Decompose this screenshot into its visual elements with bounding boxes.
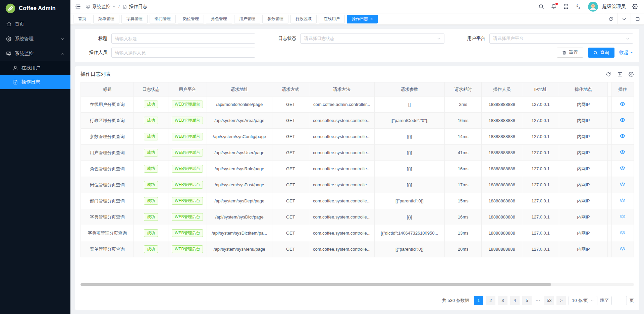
cell-title: 行政区域分页查询 [81, 113, 134, 129]
sidebar-item-operation-log[interactable]: 操作日志 [0, 75, 70, 89]
status-badge: 成功 [144, 117, 158, 124]
view-detail-eye-icon[interactable] [620, 198, 625, 203]
bell-icon[interactable] [551, 4, 556, 9]
search-button[interactable]: 查询 [588, 48, 614, 58]
platform-select[interactable]: 请选择用户平台 [489, 34, 633, 44]
tabbar-maximize-button[interactable] [631, 13, 644, 25]
sidebar-item-home[interactable]: 首页 [0, 17, 70, 32]
horizontal-scrollbar[interactable] [80, 283, 634, 286]
view-detail-eye-icon[interactable] [620, 149, 625, 155]
page-button-3[interactable]: 3 [498, 296, 507, 305]
operator-input[interactable] [111, 48, 255, 58]
tab-operation-log[interactable]: 操作日志× [347, 15, 378, 23]
platform-badge: WEB管理后台 [172, 101, 203, 108]
status-field-label: 日志状态 [270, 36, 296, 42]
cell-handler: com.coffee.system.controlle... [309, 209, 375, 225]
cell-action [611, 145, 634, 161]
sidebar-item-system-management[interactable]: 系统管理 [0, 32, 70, 46]
tab-config-mgmt[interactable]: 参数管理 [262, 15, 288, 23]
refresh-icon [608, 17, 613, 21]
cell-action [611, 161, 634, 177]
fullscreen-icon[interactable] [563, 4, 569, 9]
sidebar-item-label: 首页 [15, 21, 24, 27]
tab-dict-mgmt[interactable]: 字典管理 [121, 15, 148, 23]
table-scrollbar-gap [608, 129, 612, 145]
status-select[interactable]: 请选择日志状态 [300, 34, 444, 44]
cell-platform: WEB管理后台 [168, 97, 207, 113]
topbar-actions: 文A 超级管理员 [538, 2, 638, 12]
cell-platform: WEB管理后台 [168, 225, 207, 241]
tab-online-users[interactable]: 在线用户 [319, 15, 345, 23]
cell-status: 成功 [134, 129, 168, 145]
sidebar-submenu: 在线用户操作日志 [0, 61, 70, 89]
view-detail-eye-icon[interactable] [620, 182, 625, 187]
page-button-2[interactable]: 2 [486, 296, 495, 305]
table-scrollbar-gap [608, 113, 612, 129]
page-ellipsis[interactable]: ••• [534, 299, 542, 303]
cell-location: 内网IP [559, 177, 608, 193]
title-input[interactable] [111, 34, 255, 44]
sidebar-item-online-users[interactable]: 在线用户 [0, 61, 70, 75]
view-detail-eye-icon[interactable] [620, 101, 625, 107]
settings-icon[interactable] [629, 72, 634, 77]
tabbar-refresh-button[interactable] [604, 13, 617, 25]
breadcrumb-section[interactable]: 系统监控 [92, 4, 110, 10]
view-detail-eye-icon[interactable] [620, 246, 625, 251]
column-header: 操作 [611, 82, 634, 97]
collapse-toggle[interactable]: 收起 [619, 50, 633, 56]
tabbar-chevron-down-button[interactable] [617, 13, 631, 25]
next-page-button[interactable]: > [556, 296, 566, 305]
refresh-icon[interactable] [606, 72, 611, 77]
tab-post-mgmt[interactable]: 岗位管理 [178, 15, 204, 23]
page-jump-input[interactable] [611, 296, 627, 305]
cell-handler: com.coffee.system.controlle... [309, 225, 375, 241]
search-icon[interactable] [538, 4, 544, 9]
cell-handler: com.coffee.system.controlle... [309, 161, 375, 177]
cell-url: /api/system/sysConfig/page [207, 129, 272, 145]
status-badge: 成功 [144, 149, 158, 156]
cell-ip: 127.0.0.1 [522, 209, 559, 225]
sidebar-item-system-monitor[interactable]: 系统监控 [0, 46, 70, 61]
view-detail-eye-icon[interactable] [620, 214, 625, 219]
cell-operator: 18888888888 [482, 177, 522, 193]
cell-params: [] [374, 97, 444, 113]
trash-icon [562, 51, 567, 55]
tab-area-mgmt[interactable]: 行政区域 [290, 15, 317, 23]
page-button-5[interactable]: 5 [522, 296, 532, 305]
tab-user-mgmt[interactable]: 用户管理 [234, 15, 260, 23]
page-button-53[interactable]: 53 [544, 296, 554, 305]
tab-dept-mgmt[interactable]: 部门管理 [150, 15, 176, 23]
tab-close-icon[interactable]: × [370, 17, 373, 21]
column-header: 日志状态 [134, 82, 168, 97]
cell-method: GET [272, 209, 309, 225]
view-detail-eye-icon[interactable] [620, 166, 625, 171]
view-detail-eye-icon[interactable] [620, 133, 625, 139]
collapse-sidebar-icon[interactable] [75, 4, 81, 9]
column-height-icon[interactable] [617, 72, 623, 77]
tab-menu-mgmt[interactable]: 菜单管理 [93, 15, 119, 23]
page-size-select[interactable]: 10 条/页 [569, 296, 597, 305]
operator-field: 操作人员 [81, 48, 255, 58]
table-row: 字典项管理分页查询成功WEB管理后台/api/system/sysDictIte… [81, 225, 634, 241]
column-header: 操作地点 [559, 82, 608, 97]
settings-icon[interactable] [632, 4, 638, 9]
reset-button[interactable]: 重置 [557, 48, 583, 58]
sidebar: Coffee Admin 首页系统管理系统监控在线用户操作日志 [0, 0, 70, 314]
status-badge: 成功 [144, 165, 158, 173]
table-scrollbar-gap [608, 209, 612, 225]
cell-method: GET [272, 177, 309, 193]
cell-ip: 127.0.0.1 [522, 177, 559, 193]
page-button-1[interactable]: 1 [474, 296, 483, 305]
avatar[interactable] [588, 2, 598, 12]
page-jump-unit: 页 [630, 298, 634, 304]
column-header: 请求方法 [309, 82, 375, 97]
tab-role-mgmt[interactable]: 角色管理 [206, 15, 232, 23]
view-detail-eye-icon[interactable] [620, 230, 625, 235]
breadcrumb-separator: / [118, 4, 120, 9]
translate-icon[interactable]: 文A [576, 4, 581, 9]
cell-status: 成功 [134, 161, 168, 177]
view-detail-eye-icon[interactable] [620, 117, 625, 123]
tab-home[interactable]: 首页 [73, 15, 91, 23]
horizontal-scrollbar-thumb[interactable] [80, 283, 551, 286]
page-button-4[interactable]: 4 [510, 296, 520, 305]
